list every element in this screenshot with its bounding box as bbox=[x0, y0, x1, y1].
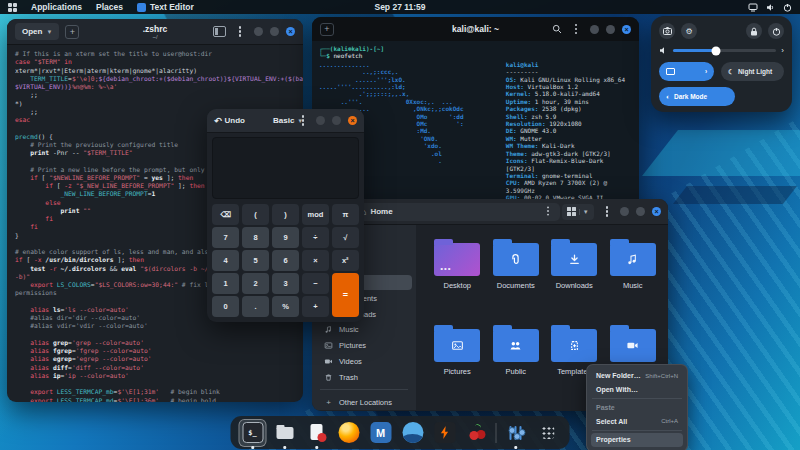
dock-item-text-editor[interactable] bbox=[304, 420, 330, 446]
folder-pictures[interactable]: Pictures bbox=[428, 321, 487, 407]
power-icon[interactable] bbox=[783, 3, 792, 12]
settings-gear-button[interactable]: ⚙ bbox=[681, 23, 697, 39]
code-line: #alias vdir='vdir --color=auto' bbox=[15, 322, 295, 330]
dock-item-cherrytree[interactable] bbox=[464, 420, 490, 446]
menu-kebab-icon[interactable] bbox=[239, 30, 241, 32]
menu-item-paste[interactable]: Paste bbox=[591, 401, 683, 415]
open-button[interactable]: Open▼ bbox=[15, 23, 59, 40]
maximize-button[interactable] bbox=[606, 25, 615, 34]
calc-key-([interactable]: ( bbox=[242, 204, 269, 225]
path-options-kebab-icon[interactable] bbox=[547, 211, 549, 213]
dock-item-metasploit[interactable]: M bbox=[368, 420, 394, 446]
applications-menu[interactable]: Applications bbox=[31, 2, 82, 12]
calculator-display[interactable] bbox=[212, 137, 359, 199]
new-tab-button[interactable]: + bbox=[320, 23, 334, 36]
calc-key-%[interactable]: % bbox=[272, 296, 299, 317]
dock-item-cutter[interactable] bbox=[400, 420, 426, 446]
menu-item-open-with[interactable]: Open With… bbox=[591, 383, 683, 397]
menu-item-accel: Ctrl+A bbox=[661, 418, 678, 424]
chevron-right-icon[interactable]: › bbox=[781, 46, 784, 55]
maximize-button[interactable] bbox=[636, 207, 645, 216]
calc-key-8[interactable]: 8 bbox=[242, 227, 269, 248]
menu-item-label: Properties bbox=[596, 436, 631, 443]
search-icon[interactable] bbox=[552, 24, 562, 34]
calc-key-×[interactable]: × bbox=[302, 250, 329, 271]
dock-item-firefox[interactable] bbox=[336, 420, 362, 446]
menu-item-new-folder[interactable]: New Folder…Shift+Ctrl+N bbox=[591, 369, 683, 383]
calc-key-3[interactable]: 3 bbox=[272, 273, 299, 294]
volume-slider[interactable] bbox=[673, 49, 776, 52]
dark-mode-toggle[interactable]: ◐ Dark Mode bbox=[659, 87, 735, 106]
screenshot-button[interactable] bbox=[659, 23, 675, 39]
folder-music[interactable]: Music bbox=[604, 235, 663, 321]
menu-kebab-icon[interactable] bbox=[606, 210, 608, 212]
power-button[interactable] bbox=[768, 23, 784, 39]
calc-key-9[interactable]: 9 bbox=[272, 227, 299, 248]
mode-dropdown[interactable]: Basic▼ bbox=[273, 116, 303, 125]
calc-key-4[interactable]: 4 bbox=[212, 250, 239, 271]
folder-public[interactable]: Public bbox=[487, 321, 546, 407]
sidebar-item-trash[interactable]: Trash bbox=[316, 370, 412, 386]
calc-key-÷[interactable]: ÷ bbox=[302, 227, 329, 248]
maximize-button[interactable] bbox=[270, 27, 279, 36]
minimize-button[interactable] bbox=[590, 25, 599, 34]
calc-key-2[interactable]: 2 bbox=[242, 273, 269, 294]
minimize-button[interactable] bbox=[316, 116, 325, 125]
calc-key-⌫[interactable]: ⌫ bbox=[212, 204, 239, 225]
folder-label: Music bbox=[623, 281, 643, 290]
sidebar-item-music[interactable]: Music bbox=[316, 322, 412, 338]
side-panel-icon[interactable] bbox=[213, 26, 226, 37]
sidebar-item-videos[interactable]: Videos bbox=[316, 354, 412, 370]
screen-share-icon[interactable] bbox=[748, 3, 758, 12]
minimize-button[interactable] bbox=[620, 207, 629, 216]
path-bar[interactable]: ⌂ Home bbox=[356, 203, 560, 221]
close-button[interactable]: × bbox=[286, 27, 295, 36]
calc-key-√[interactable]: √ bbox=[332, 227, 359, 248]
lock-button[interactable] bbox=[746, 23, 762, 39]
activities-grid-icon[interactable] bbox=[8, 3, 17, 12]
dock-item-files[interactable] bbox=[272, 420, 298, 446]
calc-key-+[interactable]: + bbox=[302, 296, 329, 317]
sidebar-item-pictures[interactable]: Pictures bbox=[316, 338, 412, 354]
folder-documents[interactable]: Documents bbox=[487, 235, 546, 321]
calc-key-)[interactable]: ) bbox=[272, 204, 299, 225]
calc-key-.[interactable]: . bbox=[242, 296, 269, 317]
menu-item-properties[interactable]: Properties bbox=[591, 433, 683, 447]
sidebar-item-other-locations[interactable]: +Other Locations bbox=[316, 394, 412, 410]
dock-item-tweaks[interactable] bbox=[503, 420, 529, 446]
calc-key-7[interactable]: 7 bbox=[212, 227, 239, 248]
calc-key-=[interactable]: = bbox=[332, 273, 359, 317]
calc-key-x²[interactable]: x² bbox=[332, 250, 359, 271]
close-button[interactable]: × bbox=[348, 116, 357, 125]
focused-app-menu[interactable]: Text Editor bbox=[137, 2, 194, 12]
calc-key-6[interactable]: 6 bbox=[272, 250, 299, 271]
calc-key-1[interactable]: 1 bbox=[212, 273, 239, 294]
neofetch-info-row: Shell: zsh 5.9 bbox=[506, 113, 632, 120]
close-button[interactable]: × bbox=[622, 25, 631, 34]
calc-key-mod[interactable]: mod bbox=[302, 204, 329, 225]
places-menu[interactable]: Places bbox=[96, 2, 123, 12]
calc-key-5[interactable]: 5 bbox=[242, 250, 269, 271]
maximize-button[interactable] bbox=[332, 116, 341, 125]
minimize-button[interactable] bbox=[254, 27, 263, 36]
calc-key-−[interactable]: − bbox=[302, 273, 329, 294]
dock-item-burpsuite[interactable] bbox=[432, 420, 458, 446]
undo-button[interactable]: ↶ Undo bbox=[214, 116, 245, 126]
volume-slider-knob[interactable] bbox=[712, 46, 721, 55]
night-light-toggle[interactable]: ☾ Night Light bbox=[721, 62, 784, 81]
volume-icon[interactable] bbox=[766, 3, 775, 12]
close-button[interactable]: × bbox=[652, 207, 661, 216]
folder-downloads[interactable]: Downloads bbox=[545, 235, 604, 321]
calc-key-π[interactable]: π bbox=[332, 204, 359, 225]
view-toggle-button[interactable]: ▼ bbox=[562, 204, 594, 220]
menu-kebab-icon[interactable] bbox=[575, 28, 577, 30]
dock-item-terminal[interactable]: $_ bbox=[240, 420, 266, 446]
folder-desktop[interactable]: •••Desktop bbox=[428, 235, 487, 321]
clock[interactable]: Sep 27 11:59 bbox=[374, 2, 425, 12]
dock-item-show-apps[interactable] bbox=[535, 420, 561, 446]
calc-key-0[interactable]: 0 bbox=[212, 296, 239, 317]
menu-item-select-all[interactable]: Select AllCtrl+A bbox=[591, 415, 683, 429]
new-document-button[interactable]: + bbox=[65, 25, 79, 39]
trash-icon bbox=[324, 373, 333, 382]
screen-settings-pill[interactable]: › bbox=[659, 62, 714, 81]
